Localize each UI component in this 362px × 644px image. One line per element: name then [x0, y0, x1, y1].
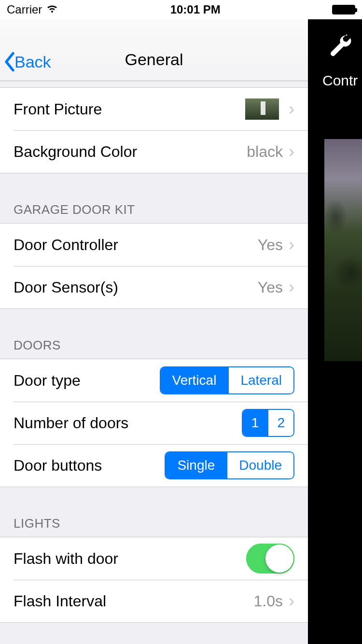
number-of-doors-label: Number of doors [14, 414, 242, 432]
door-controller-label: Door Controller [14, 236, 258, 254]
side-panel-title: Contr [322, 72, 358, 89]
group-interface: Front Picture › Background Color black › [0, 87, 308, 173]
door-buttons-option-single[interactable]: Single [166, 452, 226, 478]
settings-pane: Back General INTERFACE Front Picture › B… [0, 19, 308, 644]
group-lights: Flash with door Flash Interval 1.0s › [0, 537, 308, 623]
door-type-label: Door type [14, 372, 160, 390]
side-panel-photo [324, 139, 362, 361]
background-color-label: Background Color [14, 143, 247, 161]
nav-bar: Back General [0, 19, 308, 81]
chevron-right-icon: › [289, 141, 294, 162]
row-door-buttons: Door buttons Single Double [0, 444, 308, 487]
status-bar: Carrier 10:01 PM [0, 0, 362, 19]
row-number-of-doors: Number of doors 1 2 [0, 402, 308, 444]
flash-interval-label: Flash Interval [14, 592, 254, 610]
door-sensors-value: Yes [258, 279, 283, 296]
front-picture-thumbnail [245, 98, 279, 120]
door-buttons-segmented[interactable]: Single Double [165, 451, 294, 479]
door-type-segmented[interactable]: Vertical Lateral [160, 366, 294, 394]
background-color-value: black [247, 143, 283, 161]
row-background-color[interactable]: Background Color black › [0, 130, 308, 173]
carrier-label: Carrier [7, 3, 42, 16]
settings-scroll[interactable]: INTERFACE Front Picture › Background Col… [0, 81, 308, 644]
door-sensors-label: Door Sensor(s) [14, 279, 258, 296]
door-type-option-vertical[interactable]: Vertical [161, 367, 228, 393]
flash-with-door-label: Flash with door [14, 550, 246, 568]
row-front-picture[interactable]: Front Picture › [0, 88, 308, 130]
doors-option-1[interactable]: 1 [243, 410, 268, 436]
section-header-interface: INTERFACE [0, 81, 308, 87]
back-button[interactable]: Back [3, 52, 51, 72]
row-flash-with-door: Flash with door [0, 537, 308, 580]
wrench-icon[interactable] [328, 33, 353, 60]
wifi-icon [46, 3, 58, 16]
door-buttons-option-double[interactable]: Double [226, 452, 293, 478]
chevron-right-icon: › [289, 99, 294, 119]
row-door-type: Door type Vertical Lateral [0, 359, 308, 402]
section-header-garage: GARAGE DOOR KIT [0, 173, 308, 223]
flash-interval-value: 1.0s [254, 592, 283, 610]
flash-with-door-switch[interactable] [246, 544, 294, 574]
clock: 10:01 PM [170, 3, 221, 16]
chevron-right-icon: › [289, 235, 294, 255]
doors-option-2[interactable]: 2 [267, 410, 293, 436]
side-panel[interactable]: Contr [308, 19, 362, 644]
row-flash-interval[interactable]: Flash Interval 1.0s › [0, 580, 308, 622]
row-door-sensors[interactable]: Door Sensor(s) Yes › [0, 266, 308, 308]
group-garage: Door Controller Yes › Door Sensor(s) Yes… [0, 223, 308, 309]
section-header-doors: DOORS [0, 309, 308, 359]
back-label: Back [14, 53, 51, 71]
battery-icon [332, 5, 355, 14]
front-picture-label: Front Picture [14, 100, 245, 118]
chevron-right-icon: › [289, 591, 294, 611]
door-controller-value: Yes [258, 236, 283, 254]
door-buttons-label: Door buttons [14, 457, 165, 475]
section-header-lights: LIGHTS [0, 487, 308, 537]
group-doors: Door type Vertical Lateral Number of doo… [0, 359, 308, 487]
chevron-right-icon: › [289, 277, 294, 297]
number-of-doors-segmented[interactable]: 1 2 [242, 409, 294, 437]
door-type-option-lateral[interactable]: Lateral [228, 367, 293, 393]
row-door-controller[interactable]: Door Controller Yes › [0, 224, 308, 266]
